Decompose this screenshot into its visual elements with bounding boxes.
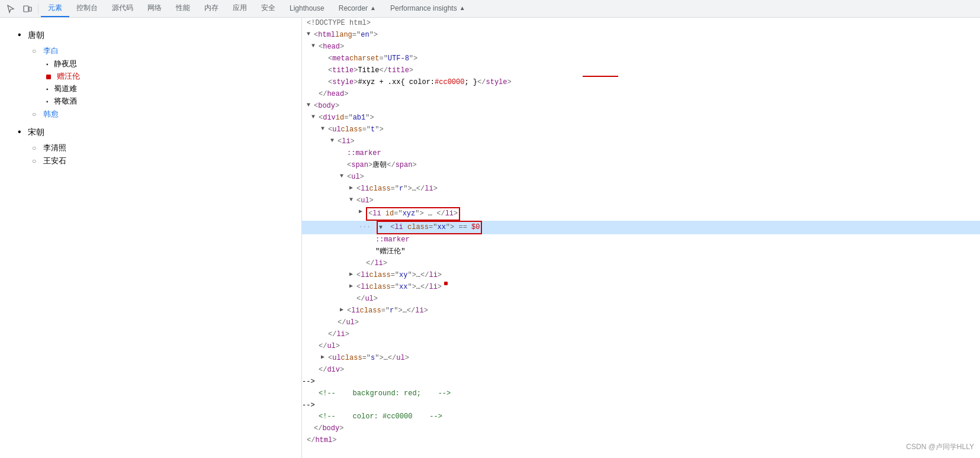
line-dots: ...	[359, 221, 377, 231]
code-doctype[interactable]: <!DOCTYPE html>	[302, 18, 980, 30]
bullet-zrl	[46, 75, 51, 79]
code-comment1[interactable]: <!-- background: red; -->	[302, 388, 980, 400]
code-html-open[interactable]: <html lang="en">	[302, 30, 980, 41]
devtools-toolbar: 元素 控制台 源代码 网络 性能 内存 应用 安全 Lighthouse Rec…	[0, 0, 980, 18]
li-xx-expand[interactable]	[379, 223, 386, 233]
tab-security[interactable]: 安全	[254, 0, 282, 17]
work-jiangjinjiu: 将敬酒	[46, 96, 284, 107]
code-ul-t[interactable]: <ul class="t">	[302, 124, 980, 136]
code-li-xx-selected[interactable]: ... <li class="xx"> == $0	[302, 221, 980, 234]
ul-t-expand[interactable]	[321, 124, 328, 134]
work-shudaonan: 蜀道难	[46, 83, 284, 94]
code-style[interactable]: <style> #xyz + .xx{ color: #cc0000 ; } <…	[302, 77, 980, 89]
li-r2-expand[interactable]	[340, 305, 347, 315]
code-span-tang[interactable]: <span>唐朝</span>	[302, 160, 980, 172]
code-li-close2[interactable]: </li>	[302, 329, 980, 341]
code-comment2[interactable]: <!-- color: #cc0000 -->	[302, 411, 980, 423]
perf-insights-label: Performance insights	[390, 4, 457, 12]
code-marker1[interactable]: ::marker	[302, 148, 980, 160]
li-xyz-box: <li id="xyz"> … </li>	[366, 207, 460, 221]
div-expand[interactable]	[311, 112, 319, 122]
code-meta[interactable]: <meta charset="UTF-8">	[302, 53, 980, 65]
code-ul-close3[interactable]: </ul>	[302, 317, 980, 329]
recorder-label: Recorder	[339, 4, 368, 12]
bullet-song	[18, 128, 21, 137]
watermark: CSDN @卢同学HLLY	[906, 442, 974, 452]
code-ul-close4[interactable]: </ul>	[302, 341, 980, 353]
code-li-xx2[interactable]: <li class="xx"> … </li>	[302, 282, 980, 293]
right-panel[interactable]: <!DOCTYPE html> <html lang="en"> <head> …	[302, 18, 980, 458]
code-li-close[interactable]: </li>	[302, 258, 980, 270]
li-xyz-expand[interactable]	[359, 207, 366, 217]
left-panel: 唐朝 李白 静夜思 赠汪伦 蜀道难 将敬酒	[0, 18, 302, 458]
dynasty-song-name: 宋朝	[28, 127, 44, 137]
tab-elements[interactable]: 元素	[41, 0, 69, 17]
body-expand[interactable]	[307, 101, 314, 110]
tab-recorder[interactable]: Recorder ▲	[332, 0, 383, 17]
ul-s-expand[interactable]	[321, 353, 328, 362]
perf-insights-badge-icon: ▲	[460, 5, 465, 11]
code-html-close[interactable]: </html>	[302, 435, 980, 447]
bullet-tang	[18, 31, 21, 40]
tab-network[interactable]: 网络	[140, 0, 169, 17]
tab-lighthouse[interactable]: Lighthouse	[282, 0, 332, 17]
work-sdn-title: 蜀道难	[54, 84, 77, 93]
dynasty-tang: 唐朝	[18, 30, 284, 41]
li-xx2-expand[interactable]	[349, 282, 356, 291]
tab-console[interactable]: 控制台	[69, 0, 105, 17]
poet-hanyu-name: 韩愈	[43, 109, 59, 118]
bullet-was	[32, 156, 36, 165]
svg-rect-0	[24, 6, 28, 12]
li-r-expand[interactable]	[349, 183, 356, 193]
code-ul-inner2[interactable]: <ul>	[302, 195, 980, 207]
code-div-close[interactable]: </div>	[302, 365, 980, 376]
code-ul-inner[interactable]: <ul>	[302, 172, 980, 183]
code-marker2[interactable]: ::marker	[302, 234, 980, 246]
li-xy-expand[interactable]	[349, 270, 356, 279]
red-dot-indicator	[444, 282, 448, 285]
poet-libai-name: 李白	[43, 46, 59, 55]
code-body-open[interactable]: <body>	[302, 101, 980, 112]
work-jjj-title: 将敬酒	[54, 96, 77, 105]
bullet-libai	[32, 46, 36, 55]
code-li-xy[interactable]: <li class="xy"> … </li>	[302, 270, 980, 282]
svg-rect-1	[29, 7, 31, 11]
code-li-r2[interactable]: <li class="r"> … </li>	[302, 305, 980, 317]
main-content: 唐朝 李白 静夜思 赠汪伦 蜀道难 将敬酒	[0, 18, 980, 458]
code-li-xyz[interactable]: <li id="xyz"> … </li>	[302, 207, 980, 221]
tab-performance-insights[interactable]: Performance insights ▲	[383, 0, 473, 17]
li-xx-box: <li class="xx"> == $0	[377, 221, 482, 234]
bullet-lqz	[32, 143, 36, 152]
code-ul-s[interactable]: <ul class="s"> … </ul>	[302, 353, 980, 365]
code-li-r[interactable]: <li class="r"> … </li>	[302, 183, 980, 195]
tab-application[interactable]: 应用	[226, 0, 254, 17]
tab-sources[interactable]: 源代码	[105, 0, 140, 17]
code-head-close[interactable]: </head>	[302, 89, 980, 101]
tab-memory[interactable]: 内存	[197, 0, 226, 17]
recorder-badge-icon: ▲	[370, 5, 376, 11]
code-li-main[interactable]: <li>	[302, 136, 980, 148]
li-main-expand[interactable]	[330, 136, 338, 146]
code-body-close[interactable]: </body>	[302, 423, 980, 435]
html-expand[interactable]	[307, 30, 314, 39]
poet-was-name: 王安石	[43, 156, 66, 165]
head-expand[interactable]	[311, 41, 319, 51]
code-ul-close2[interactable]: </ul>	[302, 293, 980, 305]
poet-libai: 李白	[32, 46, 284, 56]
tab-performance[interactable]: 性能	[169, 0, 197, 17]
code-div-ab1[interactable]: <div id="ab1">	[302, 112, 980, 124]
ul-inner2-expand[interactable]	[349, 195, 356, 205]
bullet-hanyu	[32, 109, 36, 118]
ul-inner-expand[interactable]	[340, 172, 347, 181]
code-text-zengrenwanglun[interactable]: "赠汪伦"	[302, 246, 980, 258]
poet-hanyu: 韩愈	[32, 109, 284, 120]
device-icon[interactable]	[19, 1, 36, 17]
style-underline	[583, 76, 618, 77]
poet-lqz-name: 李清照	[43, 143, 66, 152]
bullet-sdn	[46, 84, 49, 93]
bullet-jy	[46, 59, 49, 68]
cursor-icon[interactable]	[2, 1, 19, 17]
code-title[interactable]: <title>Title</title>	[302, 65, 980, 77]
work-jy-title: 静夜思	[54, 59, 77, 68]
code-head-open[interactable]: <head>	[302, 41, 980, 53]
